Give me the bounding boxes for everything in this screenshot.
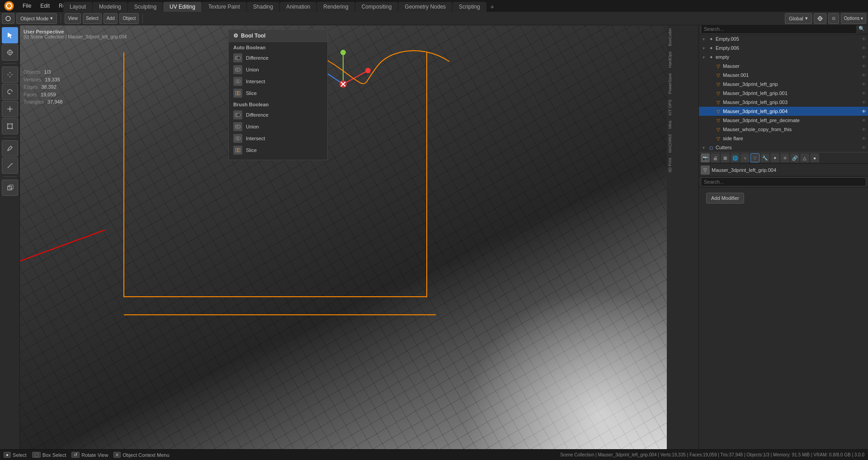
visibility-eye-icon[interactable]: 👁 bbox=[862, 64, 866, 69]
box-select-label: Box Select bbox=[42, 452, 66, 458]
tree-item[interactable]: ▽Mauser_3dprint_left_grip👁 bbox=[699, 80, 868, 89]
tool-move[interactable] bbox=[2, 66, 18, 83]
prop-tab-constraint[interactable]: 🔗 bbox=[790, 153, 799, 162]
mode-dropdown[interactable]: Object Mode ▾ bbox=[16, 13, 57, 24]
side-tab-3dprint[interactable]: 3D Print bbox=[667, 155, 675, 175]
visibility-eye-icon[interactable]: 👁 bbox=[862, 55, 866, 60]
visibility-eye-icon[interactable]: 👁 bbox=[862, 46, 866, 51]
tree-item[interactable]: ▾✦empty👁 bbox=[699, 52, 868, 62]
tree-item[interactable]: ▽Mauser_3dprint_left_grip.001👁 bbox=[699, 89, 868, 98]
tab-rendering[interactable]: Rendering bbox=[317, 2, 354, 12]
transform-global-dropdown[interactable]: Global▾ bbox=[785, 13, 812, 24]
tool-transform[interactable] bbox=[2, 118, 18, 134]
prop-tab-data[interactable]: △ bbox=[800, 153, 809, 162]
visibility-eye-icon[interactable]: 👁 bbox=[862, 127, 866, 132]
visibility-eye-icon[interactable]: 👁 bbox=[862, 100, 866, 105]
prop-tab-physics[interactable]: ⚛ bbox=[780, 153, 789, 162]
tree-item-icons: 👁 bbox=[862, 37, 866, 42]
visibility-eye-icon[interactable]: 👁 bbox=[862, 109, 866, 114]
tool-rotate[interactable] bbox=[2, 84, 18, 100]
visibility-eye-icon[interactable]: 👁 bbox=[862, 91, 866, 96]
tab-layout[interactable]: Layout bbox=[63, 2, 92, 12]
blender-logo[interactable] bbox=[0, 0, 18, 11]
toolbar-select[interactable]: Select bbox=[83, 13, 102, 24]
add-modifier-button[interactable]: Add Modifier bbox=[706, 193, 744, 204]
visibility-eye-icon[interactable]: 👁 bbox=[862, 136, 866, 141]
side-tab-powersave[interactable]: PowerSave bbox=[667, 71, 675, 97]
tab-add-button[interactable]: + bbox=[487, 2, 498, 12]
toolbar-options[interactable]: Options ▾ bbox=[841, 13, 866, 24]
prop-tab-modifier[interactable]: 🔧 bbox=[760, 153, 769, 162]
tab-scripting[interactable]: Scripting bbox=[453, 2, 486, 12]
toolbar-add[interactable]: Add bbox=[104, 13, 118, 24]
tree-item[interactable]: ▽side flare👁 bbox=[699, 134, 868, 143]
prop-tab-world[interactable]: ○ bbox=[741, 153, 750, 162]
prop-tab-scene[interactable]: 🌐 bbox=[731, 153, 740, 162]
tab-modeling[interactable]: Modeling bbox=[93, 2, 127, 12]
side-tab-kitops[interactable]: KIT OPS bbox=[667, 97, 675, 118]
side-tab-mira[interactable]: Mira bbox=[667, 118, 675, 132]
tree-item[interactable]: ▽Mauser.001👁 bbox=[699, 71, 868, 80]
tab-animation[interactable]: Animation bbox=[280, 2, 316, 12]
auto-union-btn[interactable]: Union bbox=[229, 64, 327, 76]
auto-intersect-btn[interactable]: Intersect bbox=[229, 76, 327, 87]
tree-item[interactable]: ▽Mauser_3dprint_left_pre_decimate👁 bbox=[699, 116, 868, 125]
outliner-search-icon[interactable]: 🔍 bbox=[857, 24, 866, 33]
tab-geometry-nodes[interactable]: Geometry Nodes bbox=[398, 2, 452, 12]
toolbar-snap[interactable] bbox=[814, 13, 826, 24]
auto-difference-btn[interactable]: Difference bbox=[229, 52, 327, 64]
properties-search-row bbox=[699, 176, 868, 187]
menu-file[interactable]: File bbox=[18, 0, 36, 11]
menu-edit[interactable]: Edit bbox=[36, 0, 54, 11]
auto-slice-btn[interactable]: Slice bbox=[229, 87, 327, 99]
brush-union-btn[interactable]: Union bbox=[229, 121, 327, 133]
visibility-eye-icon[interactable]: 👁 bbox=[862, 82, 866, 87]
prop-object-name: Mauser_3dprint_left_grip.004 bbox=[712, 167, 866, 173]
tree-item[interactable]: ▾◻Cutters👁 bbox=[699, 143, 868, 152]
tab-sculpting[interactable]: Sculpting bbox=[128, 2, 163, 12]
brush-difference-btn[interactable]: Difference bbox=[229, 109, 327, 121]
prop-tab-particle[interactable]: ✦ bbox=[770, 153, 779, 162]
side-tab-boxcutter[interactable]: BoxCutter bbox=[667, 25, 675, 49]
tool-annotate[interactable] bbox=[2, 140, 18, 156]
side-tab-machin3[interactable]: MACHIN3 bbox=[667, 132, 675, 156]
toolbar-proportional[interactable]: ⊙ bbox=[828, 13, 839, 24]
tree-item[interactable]: ▽Mauser_3dprint_left_grip.004👁 bbox=[699, 107, 868, 116]
tool-scale[interactable] bbox=[2, 101, 18, 117]
context-menu-key: ≡ bbox=[113, 452, 121, 458]
prop-tab-material[interactable]: ● bbox=[810, 153, 819, 162]
toolbar-view[interactable]: View bbox=[65, 13, 81, 24]
tree-item[interactable]: ▽Mauser👁 bbox=[699, 62, 868, 71]
prop-tab-render[interactable]: 📷 bbox=[701, 153, 710, 162]
tree-item[interactable]: ▽Mauser_whole_copy_from_this👁 bbox=[699, 125, 868, 134]
scene-tree[interactable]: ▾✦Empty.005👁▾✦Empty.006👁▾✦empty👁▽Mauser👁… bbox=[699, 34, 868, 152]
visibility-eye-icon[interactable]: 👁 bbox=[862, 118, 866, 123]
box-select-key: ⬚ bbox=[32, 452, 41, 458]
properties-object-row: ▽ Mauser_3dprint_left_grip.004 bbox=[699, 164, 868, 176]
properties-panel-header: 📷 🖨 ⊞ 🌐 ○ ▽ 🔧 ✦ ⚛ 🔗 △ ● bbox=[699, 152, 868, 164]
prop-tab-view-layer[interactable]: ⊞ bbox=[721, 153, 730, 162]
viewport-3d[interactable]: User Perspective (0) Scene Collection | … bbox=[20, 25, 667, 449]
tab-texture-paint[interactable]: Texture Paint bbox=[202, 2, 246, 12]
prop-tab-object[interactable]: ▽ bbox=[750, 153, 760, 162]
tab-uv-editing[interactable]: UV Editing bbox=[163, 2, 202, 12]
visibility-eye-icon[interactable]: 👁 bbox=[862, 73, 866, 78]
tool-select[interactable] bbox=[2, 27, 18, 43]
tree-item[interactable]: ▾✦Empty.006👁 bbox=[699, 43, 868, 52]
brush-slice-btn[interactable]: Slice bbox=[229, 144, 327, 156]
tab-shading[interactable]: Shading bbox=[247, 2, 279, 12]
tab-compositing[interactable]: Compositing bbox=[355, 2, 398, 12]
properties-search-input[interactable] bbox=[701, 177, 866, 186]
toolbar-object[interactable]: Object bbox=[119, 13, 139, 24]
tool-add-cube[interactable] bbox=[2, 180, 18, 196]
brush-intersect-btn[interactable]: Intersect bbox=[229, 133, 327, 144]
side-tab-hardops[interactable]: HardOps bbox=[667, 49, 675, 71]
visibility-eye-icon[interactable]: 👁 bbox=[862, 145, 866, 150]
side-tabs: BoxCutter HardOps PowerSave KIT OPS Mira… bbox=[667, 25, 675, 449]
tree-item[interactable]: ▽Mauser_3dprint_left_grip.003👁 bbox=[699, 98, 868, 107]
tool-cursor[interactable] bbox=[2, 44, 18, 61]
tree-item[interactable]: ▾✦Empty.005👁 bbox=[699, 34, 868, 43]
prop-tab-output[interactable]: 🖨 bbox=[711, 153, 720, 162]
tool-measure[interactable] bbox=[2, 157, 18, 174]
visibility-eye-icon[interactable]: 👁 bbox=[862, 37, 866, 42]
